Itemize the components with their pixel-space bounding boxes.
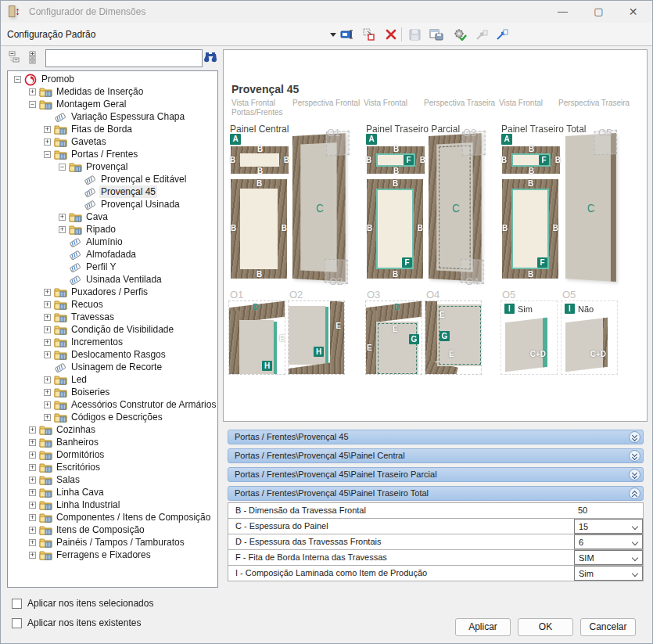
tree-item[interactable]: Provençal e Editável <box>8 173 217 185</box>
tree-item[interactable]: +Cava <box>8 210 217 223</box>
find-binoculars-icon[interactable] <box>203 50 218 66</box>
tree-item[interactable]: +Salas <box>8 473 217 486</box>
tree-item[interactable]: Usinada Ventilada <box>8 273 217 286</box>
expand-expander-icon[interactable]: + <box>29 88 36 95</box>
tree-item[interactable]: Provençal 45 <box>8 185 217 198</box>
tree-item[interactable]: +Travessas <box>8 311 217 323</box>
property-value-select[interactable]: 15 <box>574 519 643 534</box>
tree-item[interactable]: Provençal Usinada <box>8 198 217 210</box>
expand-all-icon[interactable] <box>27 51 41 65</box>
collapse-expander-icon[interactable]: − <box>29 101 36 108</box>
checkbox-apply-existing[interactable] <box>12 618 22 628</box>
expand-expander-icon[interactable]: + <box>44 389 51 396</box>
expand-expander-icon[interactable]: + <box>44 339 51 346</box>
expand-expander-icon[interactable]: + <box>29 464 36 471</box>
tree-item[interactable]: +Fitas de Borda <box>8 123 217 135</box>
tree-item[interactable]: −Montagem Geral <box>8 98 217 110</box>
tree-item[interactable]: Alumínio <box>8 236 217 248</box>
expand-expander-icon[interactable]: + <box>29 439 36 446</box>
save-config-as-icon[interactable] <box>428 27 445 42</box>
tree-item[interactable]: +Linha Industrial <box>8 498 217 511</box>
tree-item[interactable]: Usinagem de Recorte <box>8 361 217 373</box>
tree-item[interactable]: −Portas / Frentes <box>8 148 217 160</box>
tree-item[interactable]: +Painéis / Tampos / Tamburatos <box>8 536 217 549</box>
expand-expander-icon[interactable]: + <box>59 226 66 233</box>
tree-item[interactable]: +Led <box>8 373 217 386</box>
tree-item[interactable]: Variação Espessura Chapa <box>8 110 217 123</box>
tree-item[interactable]: +Condição de Visibilidade <box>8 323 217 336</box>
tree-item[interactable]: +Recuos <box>8 298 217 311</box>
tree-item[interactable]: −Provençal <box>8 160 217 173</box>
expand-expander-icon[interactable]: + <box>29 539 36 546</box>
tree-item[interactable]: +Códigos e Descrições <box>8 411 217 423</box>
expand-expander-icon[interactable]: + <box>44 314 51 321</box>
duplicate-config-icon[interactable] <box>361 27 378 42</box>
tree-item[interactable]: +Incrementos <box>8 336 217 348</box>
expand-expander-icon[interactable]: + <box>44 301 51 308</box>
expand-expander-icon[interactable]: + <box>29 452 36 459</box>
minimize-button[interactable]: — <box>545 1 580 23</box>
tree-item[interactable]: +Banheiros <box>8 436 217 448</box>
export-config-icon[interactable] <box>493 27 511 42</box>
config-name-label[interactable]: Configuração Padrão <box>7 29 95 40</box>
tree-item[interactable]: Almofadada <box>8 248 217 261</box>
search-input[interactable] <box>45 49 203 67</box>
expand-expander-icon[interactable]: + <box>44 126 51 133</box>
tree-item[interactable]: +Medidas de Inserção <box>8 85 217 98</box>
tree-item[interactable]: +Componentes / Itens de Composição <box>8 511 217 523</box>
checkbox-apply-selected[interactable] <box>12 599 22 609</box>
expand-expander-icon[interactable]: + <box>44 326 51 333</box>
expand-expander-icon[interactable]: + <box>44 401 51 408</box>
expand-expander-icon[interactable]: + <box>44 351 51 358</box>
delete-config-icon[interactable] <box>382 27 400 42</box>
tree-item[interactable]: +Escritórios <box>8 461 217 473</box>
tree-item[interactable]: +Boiseries <box>8 386 217 398</box>
section-header[interactable]: Portas / Frentes\Provençal 45\Painel Tra… <box>228 486 644 501</box>
maximize-button[interactable]: ▢ <box>581 1 616 23</box>
tree-item[interactable]: +Ripado <box>8 223 217 236</box>
tree-item[interactable]: +Gavetas <box>8 135 217 148</box>
tree-item[interactable]: +Cozinhas <box>8 423 217 436</box>
property-value-select[interactable]: SIM <box>574 550 643 565</box>
expand-expander-icon[interactable]: + <box>44 139 51 146</box>
expand-expander-icon[interactable]: + <box>29 426 36 434</box>
apply-selected-checkbox-row[interactable]: Aplicar nos itens selecionados <box>12 598 153 609</box>
expand-expander-icon[interactable]: + <box>29 477 36 484</box>
collapse-expander-icon[interactable]: − <box>44 151 51 158</box>
tree-item[interactable]: +Puxadores / Perfis <box>8 286 217 298</box>
section-header[interactable]: Portas / Frentes\Provençal 45 <box>228 430 644 444</box>
tree-item[interactable]: +Acessórios Construtor de Armários <box>8 398 217 411</box>
tree-item[interactable]: +Dormitórios <box>8 448 217 461</box>
tree-item[interactable]: Perfil Y <box>8 261 217 273</box>
tree-item[interactable]: −Promob <box>8 73 217 85</box>
property-value-select[interactable]: Sim <box>574 566 643 581</box>
expand-expander-icon[interactable]: + <box>44 289 51 296</box>
section-header[interactable]: Portas / Frentes\Provençal 45\Painel Tra… <box>228 467 644 482</box>
expand-chevron-button[interactable] <box>629 469 640 480</box>
property-value-select[interactable]: 6 <box>574 534 643 549</box>
expand-expander-icon[interactable]: + <box>44 414 51 421</box>
expand-expander-icon[interactable]: + <box>29 489 36 496</box>
rename-config-icon[interactable] <box>339 27 356 42</box>
collapse-chevron-button[interactable] <box>629 487 640 499</box>
expand-expander-icon[interactable]: + <box>29 527 36 534</box>
apply-settings-gear-icon[interactable] <box>451 27 468 42</box>
expand-expander-icon[interactable]: + <box>29 502 36 509</box>
expand-chevron-button[interactable] <box>629 450 640 462</box>
expand-expander-icon[interactable]: + <box>44 376 51 383</box>
expand-expander-icon[interactable]: + <box>29 514 36 521</box>
collapse-expander-icon[interactable]: − <box>59 164 66 171</box>
tree-item[interactable]: +Linha Cava <box>8 486 217 498</box>
apply-button[interactable]: Aplicar <box>455 618 511 636</box>
collapse-expander-icon[interactable]: − <box>14 76 21 83</box>
property-value-input[interactable]: 50 <box>574 503 643 518</box>
tree-item[interactable]: +Itens de Composição <box>8 523 217 536</box>
ok-button[interactable]: OK <box>518 618 573 636</box>
section-header[interactable]: Portas / Frentes\Provençal 45\Painel Cen… <box>228 448 644 463</box>
apply-existing-checkbox-row[interactable]: Aplicar nos itens existentes <box>12 617 141 628</box>
cancel-button[interactable]: Cancelar <box>580 618 636 636</box>
collapse-all-icon[interactable] <box>9 51 23 65</box>
close-button[interactable]: ✕ <box>615 1 651 23</box>
tree-item[interactable]: +Deslocamento Rasgos <box>8 348 217 361</box>
expand-expander-icon[interactable]: + <box>29 552 36 559</box>
